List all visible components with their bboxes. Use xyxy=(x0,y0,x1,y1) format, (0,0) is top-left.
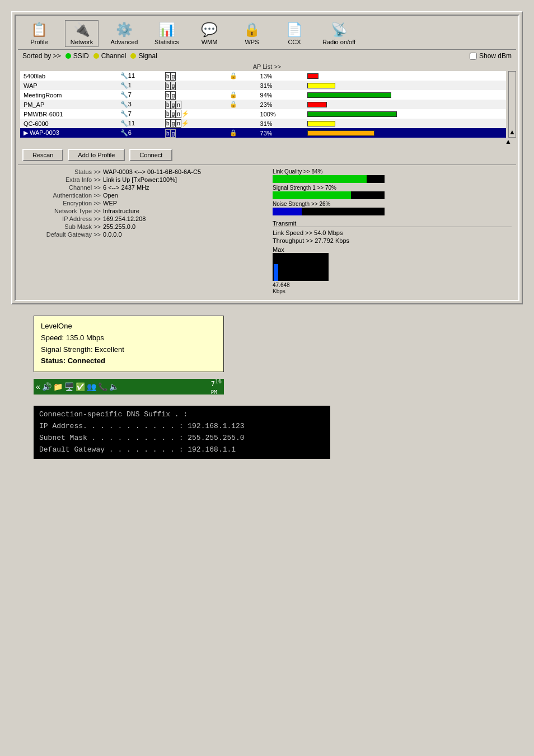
mode-cell: bg xyxy=(162,81,226,90)
ip-value: 169.254.12.208 xyxy=(103,215,146,222)
throughput-value: 27.792 Kbps xyxy=(315,237,349,244)
advanced-label: Advanced xyxy=(111,39,138,45)
toolbar-network[interactable]: 🔌 Network xyxy=(65,20,99,47)
radio-icon: 📡 xyxy=(331,22,348,37)
cmd-panel: Connection-specific DNS Suffix . : IP Ad… xyxy=(34,406,330,459)
taskbar-icon-people: 👥 xyxy=(87,382,96,391)
table-row[interactable]: PM_AP 🔧3 bgn 🔒 23% xyxy=(20,100,506,109)
channel-cell: 🔧6 xyxy=(117,128,162,138)
ap-list-header: Sorted by >> SSID Channel Signal Sh xyxy=(18,50,516,62)
network-label: Network xyxy=(71,39,93,45)
table-row[interactable]: MeetingRoom 🔧7 bg 🔒 94% xyxy=(20,90,506,100)
signal-pct-cell: 31% xyxy=(257,119,304,128)
lock-cell: 🔒 xyxy=(226,90,257,100)
rescan-button[interactable]: Rescan xyxy=(22,149,63,161)
signal-bar-cell xyxy=(304,109,506,119)
max-unit: 47.648 Kbps xyxy=(273,282,329,294)
noise-strength-container: Noise Strength >> 26% xyxy=(273,201,512,215)
toolbar-profile[interactable]: 📋 Profile xyxy=(22,21,56,46)
submask-value: 255.255.0.0 xyxy=(103,223,135,230)
taskbar-icon-back: « xyxy=(36,382,40,391)
table-row[interactable]: PMWBR-6001 🔧7 bgn⚡ 100% xyxy=(20,109,506,119)
wifi-panel: 📋 Profile 🔌 Network ⚙️ Advanced 📊 Statis… xyxy=(11,11,523,304)
taskbar-strip: « 🔊 📁 🖥️ ✅ 👥 📞 🔈 716PM xyxy=(34,379,224,395)
toolbar-radio[interactable]: 📡 Radio on/off xyxy=(320,21,358,46)
mode-cell: bgn⚡ xyxy=(162,119,226,128)
toolbar-statistics[interactable]: 📊 Statistics xyxy=(150,21,184,46)
table-row[interactable]: ▶ WAP-0003 🔧6 bg 🔒 73% xyxy=(20,128,506,138)
link-speed-value: 54.0 Mbps xyxy=(314,229,343,236)
lock-cell xyxy=(226,109,257,119)
ap-table-scrollbar[interactable]: ▲ xyxy=(508,71,516,138)
toolbar: 📋 Profile 🔌 Network ⚙️ Advanced 📊 Statis… xyxy=(18,18,516,50)
sorted-by-area: Sorted by >> xyxy=(22,52,61,60)
status-section: Status >> WAP-0003 <--> 00-11-6B-60-6A-C… xyxy=(18,165,516,298)
connect-button[interactable]: Connect xyxy=(129,149,172,161)
link-quality-bar-bg xyxy=(273,175,385,183)
sorted-by-label: Sorted by >> xyxy=(22,52,61,60)
toolbar-ccx[interactable]: 📄 CCX xyxy=(278,21,311,46)
channel-cell: 🔧7 xyxy=(117,109,162,119)
link-quality-container: Link Quality >> 84% xyxy=(273,168,512,183)
table-row[interactable]: 5400lab 🔧11 bg 🔒 13% xyxy=(20,71,506,81)
channel-cell: 🔧11 xyxy=(117,119,162,128)
status-row-network-type: Network Type >> Infrastructure xyxy=(22,208,261,214)
transmit-title: Transmit xyxy=(273,220,512,227)
signal-bar-cell xyxy=(304,100,506,109)
button-row: Rescan Add to Profile Connect xyxy=(18,145,516,165)
status-row-ip: IP Address >> 169.254.12.208 xyxy=(22,215,261,222)
tooltip-area: LevelOne Speed: 135.0 Mbps Signal Streng… xyxy=(34,316,523,395)
channel-dot xyxy=(93,53,99,59)
lock-cell: 🔒 xyxy=(226,128,257,138)
toolbar-wps[interactable]: 🔒 WPS xyxy=(235,21,269,46)
signal-header-area: Signal xyxy=(130,52,157,60)
table-row[interactable]: WAP 🔧1 bg 31% xyxy=(20,81,506,90)
gateway-value: 0.0.0.0 xyxy=(103,231,122,238)
extra-info-label: Extra Info >> xyxy=(22,176,101,183)
taskbar-icon-speaker: 🔊 xyxy=(42,382,51,391)
cmd-line2: IP Address. . . . . . . . . . . : 192.16… xyxy=(39,421,325,433)
transmit-section: Transmit Link Speed >> 54.0 Mbps Through… xyxy=(273,220,512,294)
ccx-label: CCX xyxy=(288,39,301,45)
toolbar-advanced[interactable]: ⚙️ Advanced xyxy=(107,21,141,46)
statistics-label: Statistics xyxy=(154,39,179,45)
signal-bar-cell xyxy=(304,128,506,138)
add-to-profile-button[interactable]: Add to Profile xyxy=(68,149,125,161)
network-type-value: Infrastructure xyxy=(103,208,139,214)
network-type-label: Network Type >> xyxy=(22,208,101,214)
table-row[interactable]: QC-6000 🔧11 bgn⚡ 31% xyxy=(20,119,506,128)
taskbar-icon-check: ✅ xyxy=(76,382,85,391)
encryption-value: WEP xyxy=(103,200,117,206)
channel-value: 6 <--> 2437 MHz xyxy=(103,184,149,191)
noise-strength-bar-fill xyxy=(273,208,302,215)
scroll-arrow[interactable]: ▲ xyxy=(18,138,516,145)
signal-pct-cell: 100% xyxy=(257,109,304,119)
wps-icon: 🔒 xyxy=(243,22,260,37)
ccx-icon: 📄 xyxy=(286,22,303,37)
cmd-line4: Default Gateway . . . . . . . . : 192.16… xyxy=(39,444,325,456)
show-dbm-area[interactable]: Show dBm xyxy=(470,52,512,60)
ssid-cell: MeetingRoom xyxy=(20,90,117,100)
tooltip-line2: Speed: 135.0 Mbps xyxy=(41,332,217,344)
link-speed-label: Link Speed >> xyxy=(273,229,312,236)
cmd-area: Connection-specific DNS Suffix . : IP Ad… xyxy=(34,406,523,459)
signal-bar-cell xyxy=(304,119,506,128)
signal-bar-cell xyxy=(304,81,506,90)
signal-strength-bar-bg xyxy=(273,191,385,199)
taskbar-icon-phone: 📞 xyxy=(98,382,107,391)
mode-cell: bgn⚡ xyxy=(162,109,226,119)
channel-header-label: Channel xyxy=(101,52,127,60)
signal-strength-bar-fill xyxy=(273,191,351,199)
taskbar-icon-screen: 🖥️ xyxy=(64,382,74,391)
show-dbm-checkbox[interactable] xyxy=(470,53,477,60)
mode-cell: bg xyxy=(162,128,226,138)
tooltip-line3: Signal Strength: Excellent xyxy=(41,344,217,356)
toolbar-wmm[interactable]: 💬 WMM xyxy=(193,21,226,46)
auth-value: Open xyxy=(103,192,118,199)
ssid-header-label: SSID xyxy=(73,52,89,60)
show-dbm-label: Show dBm xyxy=(479,52,512,60)
max-kbps: Kbps xyxy=(273,288,285,294)
status-row-auth: Authentication >> Open xyxy=(22,192,261,199)
signal-header-label: Signal xyxy=(138,52,157,60)
max-chart xyxy=(273,253,329,281)
